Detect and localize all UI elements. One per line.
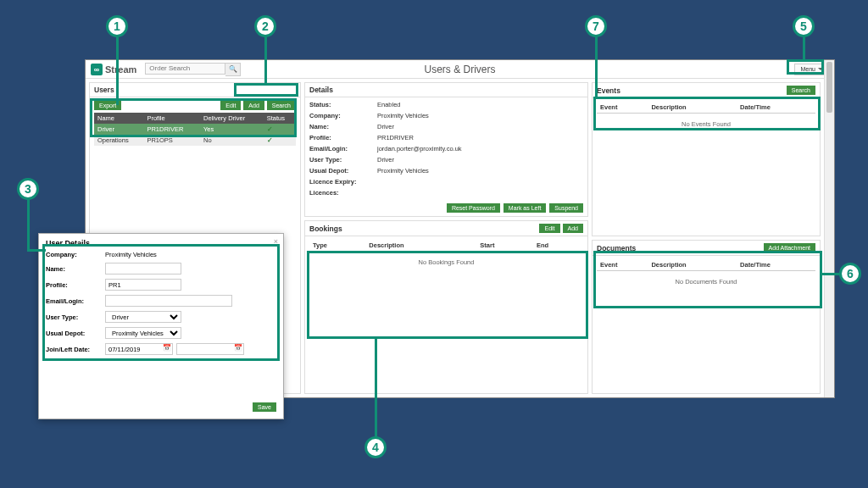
- users-col-name: Name: [94, 113, 143, 124]
- events-empty: No Events Found: [597, 114, 815, 135]
- callout-6: 6: [839, 263, 861, 285]
- users-search-button[interactable]: Search: [267, 101, 296, 110]
- users-edit-button[interactable]: Edit: [220, 101, 241, 110]
- order-search: 🔍: [145, 63, 241, 76]
- check-icon: ✓: [264, 135, 296, 146]
- ud-email-input[interactable]: [105, 295, 232, 307]
- calendar-icon[interactable]: 📅: [234, 344, 242, 352]
- ud-name-input[interactable]: [105, 263, 181, 274]
- users-title: Users: [94, 86, 114, 94]
- ud-usual-depot-select[interactable]: Proximity Vehicles: [105, 327, 181, 339]
- col-mid: Details Status:Enabled Company:Proximity…: [304, 82, 588, 394]
- documents-panel: Documents Add Attachment Event Descripti…: [592, 240, 821, 394]
- reset-password-button[interactable]: Reset Password: [447, 203, 500, 213]
- events-title: Events: [597, 86, 620, 95]
- check-icon: ✓: [264, 124, 296, 135]
- user-details-title: User Details: [46, 239, 276, 247]
- details-panel: Details Status:Enabled Company:Proximity…: [304, 82, 588, 217]
- ud-user-type-select[interactable]: Driver: [105, 311, 181, 323]
- bookings-panel: Bookings Edit Add Type Description Start…: [304, 220, 588, 394]
- chevron-down-icon: [818, 68, 823, 70]
- menu-label: Menu: [800, 66, 815, 72]
- suspend-button[interactable]: Suspend: [549, 203, 583, 213]
- callout-line: [27, 200, 30, 249]
- order-search-button[interactable]: 🔍: [225, 63, 241, 76]
- user-details-dialog: × User Details Company: Proximity Vehicl…: [38, 233, 284, 419]
- details-title: Details: [309, 86, 333, 94]
- brand-logo: ∞ Stream: [91, 64, 136, 75]
- calendar-icon[interactable]: 📅: [163, 344, 171, 352]
- documents-title: Documents: [597, 244, 636, 252]
- col-right: Events Search Event Description Date/Tim…: [592, 82, 821, 394]
- events-search-button[interactable]: Search: [787, 86, 815, 95]
- bookings-title: Bookings: [309, 225, 342, 233]
- close-icon[interactable]: ×: [274, 237, 278, 246]
- brand-name: Stream: [105, 64, 136, 75]
- ud-profile-input[interactable]: [105, 279, 181, 291]
- bookings-table: Type Description Start End: [309, 240, 583, 252]
- logo-icon: ∞: [91, 64, 103, 75]
- users-col-delivery: Delivery Driver: [200, 113, 264, 124]
- app-header: ∞ Stream 🔍 Menu: [86, 60, 834, 79]
- callout-line: [375, 339, 377, 437]
- vertical-scrollbar[interactable]: [824, 60, 834, 397]
- ud-company-value: Proximity Vehicles: [105, 251, 276, 258]
- users-table: Name Profile Delivery Driver Status Driv…: [94, 113, 296, 146]
- documents-table: Event Description Date/Time: [597, 259, 815, 271]
- callout-7: 7: [585, 15, 607, 37]
- callout-line: [27, 249, 46, 252]
- callout-2: 2: [254, 15, 276, 37]
- callout-line: [116, 37, 119, 105]
- events-panel: Events Search Event Description Date/Tim…: [592, 82, 821, 236]
- order-search-input[interactable]: [145, 63, 225, 75]
- users-add-button[interactable]: Add: [243, 101, 264, 110]
- bookings-edit-button[interactable]: Edit: [539, 224, 559, 233]
- users-row[interactable]: Driver PR1DRIVER Yes ✓: [94, 124, 296, 135]
- users-col-profile: Profile: [143, 113, 200, 124]
- bookings-empty: No Bookings Found: [309, 252, 583, 273]
- events-table: Event Description Date/Time: [597, 102, 815, 114]
- documents-empty: No Documents Found: [597, 271, 815, 292]
- callout-5: 5: [793, 15, 815, 37]
- users-row[interactable]: Operations PR1OPS No ✓: [94, 135, 296, 146]
- callout-line: [803, 37, 805, 61]
- callout-line: [822, 273, 841, 275]
- ud-save-button[interactable]: Save: [253, 402, 276, 412]
- bookings-add-button[interactable]: Add: [563, 224, 583, 233]
- search-icon: 🔍: [229, 65, 237, 73]
- users-col-status: Status: [264, 113, 296, 124]
- mark-as-left-button[interactable]: Mark as Left: [504, 203, 547, 213]
- callout-line: [264, 37, 267, 85]
- callout-line: [595, 37, 598, 98]
- add-attachment-button[interactable]: Add Attachment: [764, 243, 815, 252]
- callout-4: 4: [364, 436, 387, 458]
- callout-3: 3: [17, 178, 39, 200]
- callout-1: 1: [106, 15, 128, 37]
